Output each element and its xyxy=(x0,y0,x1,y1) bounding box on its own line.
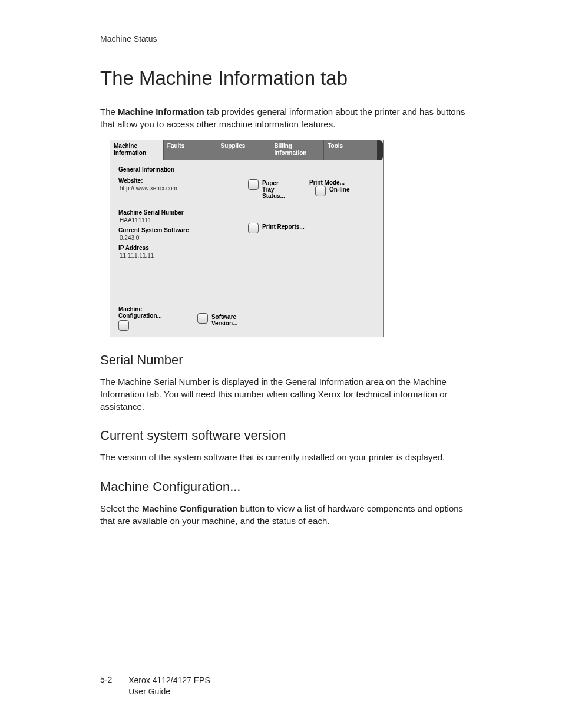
right-pane: Paper Tray Status... Print Mode... On-li… xyxy=(240,160,383,337)
machine-info-ui-panel: Machine Information Faults Supplies Bill… xyxy=(110,140,384,337)
cfg-bold: Machine Configuration xyxy=(142,503,238,513)
footer-line-1: Xerox 4112/4127 EPS xyxy=(128,675,210,686)
print-mode-value: On-line xyxy=(329,186,349,193)
button-icon xyxy=(248,223,259,233)
paper-tray-status-label: Paper Tray Status... xyxy=(262,179,292,199)
tab-faults[interactable]: Faults xyxy=(164,140,217,160)
print-mode-group: Print Mode... On-line xyxy=(309,179,349,199)
machine-configuration-paragraph: Select the Machine Configuration button … xyxy=(100,503,474,527)
machine-configuration-heading: Machine Configuration... xyxy=(100,479,474,495)
general-info-pane: General Information Website: http:// www… xyxy=(110,160,240,337)
button-icon xyxy=(197,313,208,324)
section-header: Machine Status xyxy=(100,34,474,44)
page-title: The Machine Information tab xyxy=(100,67,474,90)
button-icon xyxy=(118,320,129,331)
page-number: 5-2 xyxy=(100,675,112,697)
button-icon xyxy=(315,186,326,196)
print-reports-button[interactable]: Print Reports... xyxy=(248,223,377,233)
software-version-paragraph: The version of the system software that … xyxy=(100,452,474,464)
ip-label: IP Address xyxy=(118,245,233,251)
page-footer: 5-2 Xerox 4112/4127 EPS User Guide xyxy=(100,675,210,697)
machine-configuration-button[interactable] xyxy=(118,320,162,331)
paper-tray-status-button[interactable]: Paper Tray Status... xyxy=(248,179,292,199)
print-mode-label: Print Mode... xyxy=(309,179,349,186)
software-label: Current System Software xyxy=(118,227,233,233)
tab-end-cap xyxy=(377,140,383,160)
software-version-label: Software Version... xyxy=(211,313,239,327)
ip-value: 11.111.11.11 xyxy=(120,252,233,259)
intro-bold: Machine Information xyxy=(118,107,204,117)
software-version-heading: Current system software version xyxy=(100,428,474,443)
serial-number-heading: Serial Number xyxy=(100,353,474,368)
tab-machine-information[interactable]: Machine Information xyxy=(110,140,164,160)
machine-configuration-label: Machine Configuration... xyxy=(118,306,162,319)
software-value: 0.243.0 xyxy=(120,235,233,241)
tab-billing-information[interactable]: Billing Information xyxy=(270,140,324,160)
button-icon xyxy=(248,179,259,190)
general-info-heading: General Information xyxy=(118,166,233,173)
print-reports-label: Print Reports... xyxy=(262,223,305,230)
print-mode-button[interactable]: On-line xyxy=(315,186,349,196)
cfg-text-a: Select the xyxy=(100,503,142,513)
footer-line-2: User Guide xyxy=(128,686,210,697)
serial-number-paragraph: The Machine Serial Number is displayed i… xyxy=(100,376,474,413)
tab-tools[interactable]: Tools xyxy=(324,140,377,160)
intro-text-a: The xyxy=(100,107,118,117)
serial-label: Machine Serial Number xyxy=(118,209,233,216)
machine-configuration-button-group: Machine Configuration... xyxy=(118,306,162,331)
serial-value: HAA111111 xyxy=(120,217,233,223)
website-value: http:// www.xerox.com xyxy=(120,185,233,192)
tab-bar: Machine Information Faults Supplies Bill… xyxy=(110,140,383,160)
software-version-button[interactable]: Software Version... xyxy=(197,313,239,331)
website-label: Website: xyxy=(118,177,233,184)
tab-supplies[interactable]: Supplies xyxy=(217,140,271,160)
intro-paragraph: The Machine Information tab provides gen… xyxy=(100,106,474,130)
